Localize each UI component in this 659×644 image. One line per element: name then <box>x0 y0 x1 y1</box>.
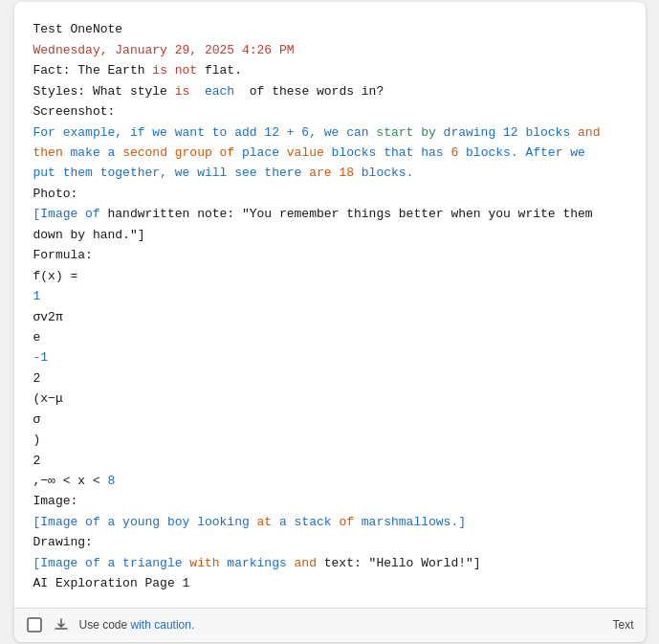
line-drawing_label: Drawing: <box>33 532 626 552</box>
line-fx: f(x) = <box>33 266 626 286</box>
line-sigma_line: σ <box>33 410 626 430</box>
line-ai_page: AI Exploration Page 1 <box>33 573 626 593</box>
line-datetime: Wednesday, January 29, 2025 4:26 PM <box>33 40 626 60</box>
line-e_line: e <box>33 327 626 347</box>
line-minus1: -1 <box>33 347 626 367</box>
line-num2a: 2 <box>33 368 626 389</box>
line-fact: Fact: The Earth is not flat. <box>33 60 626 80</box>
checkbox-icon[interactable] <box>26 616 43 633</box>
svg-rect-0 <box>28 618 41 632</box>
footer-right-label: Text <box>612 618 633 632</box>
footer-use-code-text: Use code with caution. <box>79 618 195 632</box>
main-card: Test OneNoteWednesday, January 29, 2025 … <box>14 2 646 641</box>
line-xmu: (x−μ <box>33 389 626 409</box>
line-para1: For example, if we want to add 12 + 6, w… <box>33 122 626 143</box>
line-image_boy: [Image of a young boy looking at a stack… <box>33 512 626 532</box>
line-formula: Formula: <box>33 245 626 265</box>
line-rparen: ) <box>33 430 626 450</box>
line-num1: 1 <box>33 286 626 306</box>
line-styles: Styles: What style is each of these word… <box>33 81 626 101</box>
line-image_note: [Image of handwritten note: "You remembe… <box>33 204 626 245</box>
line-range: ,−∞ < x < 8 <box>33 471 626 491</box>
line-sigma2pi: σv2π <box>33 307 626 327</box>
line-screenshot: Screenshot: <box>33 101 626 122</box>
line-image_label: Image: <box>33 491 626 511</box>
line-para3: put them together, we will see there are… <box>33 163 626 183</box>
line-para2: then make a second group of place value … <box>33 143 626 163</box>
content-area: Test OneNoteWednesday, January 29, 2025 … <box>33 19 626 632</box>
line-num2b: 2 <box>33 451 626 471</box>
line-drawing_triangle: [Image of a triangle with markings and t… <box>33 553 626 573</box>
caution-link[interactable]: with caution. <box>131 618 195 632</box>
download-icon[interactable] <box>53 616 70 633</box>
line-photo: Photo: <box>33 184 626 204</box>
footer-bar: Use code with caution. Text <box>14 608 646 642</box>
line-title: Test OneNote <box>33 19 626 39</box>
use-code-label: Use code <box>79 618 131 632</box>
